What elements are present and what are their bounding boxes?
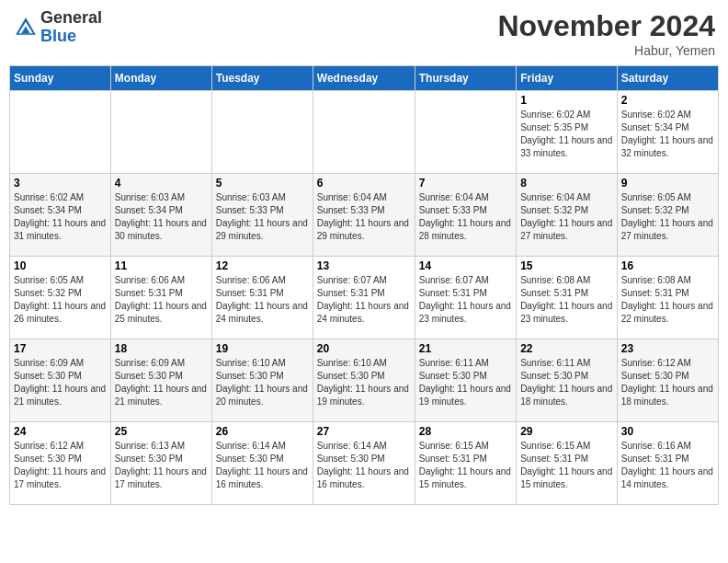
week-row-5: 24Sunrise: 6:12 AM Sunset: 5:30 PM Dayli… bbox=[10, 422, 719, 505]
day-number: 3 bbox=[14, 177, 107, 190]
empty-cell bbox=[313, 91, 415, 174]
day-info: Sunrise: 6:14 AM Sunset: 5:30 PM Dayligh… bbox=[317, 440, 411, 491]
day-cell-23: 23Sunrise: 6:12 AM Sunset: 5:30 PM Dayli… bbox=[617, 339, 718, 422]
day-info: Sunrise: 6:11 AM Sunset: 5:30 PM Dayligh… bbox=[419, 357, 512, 408]
day-cell-8: 8Sunrise: 6:04 AM Sunset: 5:32 PM Daylig… bbox=[517, 174, 618, 257]
day-cell-21: 21Sunrise: 6:11 AM Sunset: 5:30 PM Dayli… bbox=[415, 339, 516, 422]
day-number: 6 bbox=[317, 177, 411, 190]
title-area: November 2024 Habur, Yemen bbox=[497, 9, 715, 58]
day-info: Sunrise: 6:09 AM Sunset: 5:30 PM Dayligh… bbox=[115, 357, 208, 408]
day-number: 5 bbox=[216, 177, 309, 190]
day-cell-12: 12Sunrise: 6:06 AM Sunset: 5:31 PM Dayli… bbox=[211, 257, 313, 339]
weekday-header-monday: Monday bbox=[110, 66, 211, 91]
logo-text: General Blue bbox=[40, 9, 102, 46]
day-cell-9: 9Sunrise: 6:05 AM Sunset: 5:32 PM Daylig… bbox=[617, 174, 718, 257]
day-number: 29 bbox=[520, 425, 613, 438]
day-number: 10 bbox=[14, 259, 107, 272]
day-cell-14: 14Sunrise: 6:07 AM Sunset: 5:31 PM Dayli… bbox=[415, 257, 516, 339]
day-number: 8 bbox=[520, 177, 613, 190]
location: Habur, Yemen bbox=[497, 43, 715, 58]
day-cell-16: 16Sunrise: 6:08 AM Sunset: 5:31 PM Dayli… bbox=[617, 257, 718, 339]
day-info: Sunrise: 6:05 AM Sunset: 5:32 PM Dayligh… bbox=[621, 191, 714, 243]
day-number: 15 bbox=[520, 259, 613, 272]
day-info: Sunrise: 6:16 AM Sunset: 5:31 PM Dayligh… bbox=[621, 440, 714, 491]
day-info: Sunrise: 6:08 AM Sunset: 5:31 PM Dayligh… bbox=[621, 274, 714, 326]
day-number: 28 bbox=[419, 425, 512, 438]
empty-cell bbox=[10, 91, 111, 174]
day-info: Sunrise: 6:12 AM Sunset: 5:30 PM Dayligh… bbox=[14, 440, 107, 491]
logo: General Blue bbox=[13, 9, 102, 46]
day-info: Sunrise: 6:04 AM Sunset: 5:33 PM Dayligh… bbox=[419, 191, 512, 243]
day-cell-13: 13Sunrise: 6:07 AM Sunset: 5:31 PM Dayli… bbox=[313, 257, 415, 339]
day-number: 9 bbox=[621, 177, 714, 190]
day-number: 11 bbox=[115, 259, 208, 272]
day-info: Sunrise: 6:07 AM Sunset: 5:31 PM Dayligh… bbox=[317, 274, 411, 326]
day-info: Sunrise: 6:06 AM Sunset: 5:31 PM Dayligh… bbox=[216, 274, 309, 326]
day-number: 7 bbox=[419, 177, 512, 190]
day-number: 26 bbox=[216, 425, 309, 438]
day-info: Sunrise: 6:10 AM Sunset: 5:30 PM Dayligh… bbox=[317, 357, 411, 408]
day-cell-22: 22Sunrise: 6:11 AM Sunset: 5:30 PM Dayli… bbox=[517, 339, 618, 422]
day-number: 25 bbox=[115, 425, 208, 438]
empty-cell bbox=[110, 91, 211, 174]
day-number: 22 bbox=[520, 342, 613, 355]
day-cell-28: 28Sunrise: 6:15 AM Sunset: 5:31 PM Dayli… bbox=[415, 422, 516, 505]
weekday-header-thursday: Thursday bbox=[415, 66, 516, 91]
month-title: November 2024 bbox=[497, 9, 715, 43]
day-number: 24 bbox=[14, 425, 107, 438]
week-row-4: 17Sunrise: 6:09 AM Sunset: 5:30 PM Dayli… bbox=[10, 339, 719, 422]
logo-icon bbox=[13, 15, 39, 40]
empty-cell bbox=[415, 91, 516, 174]
day-info: Sunrise: 6:03 AM Sunset: 5:33 PM Dayligh… bbox=[216, 191, 309, 243]
day-number: 13 bbox=[317, 259, 411, 272]
week-row-3: 10Sunrise: 6:05 AM Sunset: 5:32 PM Dayli… bbox=[10, 257, 719, 339]
day-info: Sunrise: 6:11 AM Sunset: 5:30 PM Dayligh… bbox=[520, 357, 613, 408]
day-info: Sunrise: 6:08 AM Sunset: 5:31 PM Dayligh… bbox=[520, 274, 613, 326]
week-row-2: 3Sunrise: 6:02 AM Sunset: 5:34 PM Daylig… bbox=[10, 174, 719, 257]
day-number: 16 bbox=[621, 259, 714, 272]
day-info: Sunrise: 6:02 AM Sunset: 5:35 PM Dayligh… bbox=[520, 109, 613, 160]
calendar: SundayMondayTuesdayWednesdayThursdayFrid… bbox=[9, 65, 719, 505]
day-cell-19: 19Sunrise: 6:10 AM Sunset: 5:30 PM Dayli… bbox=[211, 339, 313, 422]
day-number: 1 bbox=[520, 94, 613, 107]
day-info: Sunrise: 6:02 AM Sunset: 5:34 PM Dayligh… bbox=[14, 191, 107, 243]
weekday-header-row: SundayMondayTuesdayWednesdayThursdayFrid… bbox=[10, 66, 719, 91]
day-number: 21 bbox=[419, 342, 512, 355]
day-cell-25: 25Sunrise: 6:13 AM Sunset: 5:30 PM Dayli… bbox=[110, 422, 211, 505]
day-info: Sunrise: 6:10 AM Sunset: 5:30 PM Dayligh… bbox=[216, 357, 309, 408]
day-cell-15: 15Sunrise: 6:08 AM Sunset: 5:31 PM Dayli… bbox=[517, 257, 618, 339]
day-info: Sunrise: 6:14 AM Sunset: 5:30 PM Dayligh… bbox=[216, 440, 309, 491]
day-number: 20 bbox=[317, 342, 411, 355]
day-info: Sunrise: 6:06 AM Sunset: 5:31 PM Dayligh… bbox=[115, 274, 208, 326]
weekday-header-wednesday: Wednesday bbox=[313, 66, 415, 91]
day-cell-29: 29Sunrise: 6:15 AM Sunset: 5:31 PM Dayli… bbox=[517, 422, 618, 505]
empty-cell bbox=[211, 91, 313, 174]
header: General Blue November 2024 Habur, Yemen bbox=[9, 9, 719, 58]
day-cell-10: 10Sunrise: 6:05 AM Sunset: 5:32 PM Dayli… bbox=[10, 257, 111, 339]
day-cell-3: 3Sunrise: 6:02 AM Sunset: 5:34 PM Daylig… bbox=[10, 174, 111, 257]
day-number: 30 bbox=[621, 425, 714, 438]
day-info: Sunrise: 6:03 AM Sunset: 5:34 PM Dayligh… bbox=[115, 191, 208, 243]
day-cell-2: 2Sunrise: 6:02 AM Sunset: 5:34 PM Daylig… bbox=[617, 91, 718, 174]
day-info: Sunrise: 6:15 AM Sunset: 5:31 PM Dayligh… bbox=[520, 440, 613, 491]
day-cell-17: 17Sunrise: 6:09 AM Sunset: 5:30 PM Dayli… bbox=[10, 339, 111, 422]
day-info: Sunrise: 6:04 AM Sunset: 5:32 PM Dayligh… bbox=[520, 191, 613, 243]
day-cell-6: 6Sunrise: 6:04 AM Sunset: 5:33 PM Daylig… bbox=[313, 174, 415, 257]
day-cell-5: 5Sunrise: 6:03 AM Sunset: 5:33 PM Daylig… bbox=[211, 174, 313, 257]
weekday-header-tuesday: Tuesday bbox=[211, 66, 313, 91]
day-info: Sunrise: 6:02 AM Sunset: 5:34 PM Dayligh… bbox=[621, 109, 714, 160]
weekday-header-saturday: Saturday bbox=[617, 66, 718, 91]
day-info: Sunrise: 6:07 AM Sunset: 5:31 PM Dayligh… bbox=[419, 274, 512, 326]
day-number: 19 bbox=[216, 342, 309, 355]
day-info: Sunrise: 6:09 AM Sunset: 5:30 PM Dayligh… bbox=[14, 357, 107, 408]
day-number: 4 bbox=[115, 177, 208, 190]
day-number: 27 bbox=[317, 425, 411, 438]
day-cell-7: 7Sunrise: 6:04 AM Sunset: 5:33 PM Daylig… bbox=[415, 174, 516, 257]
day-info: Sunrise: 6:05 AM Sunset: 5:32 PM Dayligh… bbox=[14, 274, 107, 326]
weekday-header-friday: Friday bbox=[517, 66, 618, 91]
day-cell-18: 18Sunrise: 6:09 AM Sunset: 5:30 PM Dayli… bbox=[110, 339, 211, 422]
day-number: 17 bbox=[14, 342, 107, 355]
day-number: 18 bbox=[115, 342, 208, 355]
day-cell-4: 4Sunrise: 6:03 AM Sunset: 5:34 PM Daylig… bbox=[110, 174, 211, 257]
day-cell-20: 20Sunrise: 6:10 AM Sunset: 5:30 PM Dayli… bbox=[313, 339, 415, 422]
